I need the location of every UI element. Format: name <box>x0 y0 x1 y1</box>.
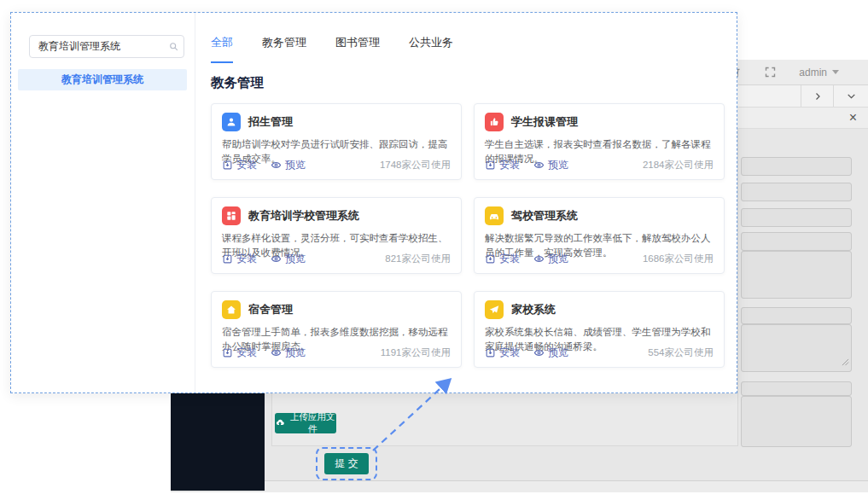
app-card: 家校系统 家校系统集校长信箱、成绩管理、学生管理为学校和家庭提供通畅的沟通桥梁。… <box>474 291 725 368</box>
preview-link[interactable]: 预览 <box>271 346 306 360</box>
form-textarea[interactable] <box>741 324 852 372</box>
upload-cloud-icon <box>275 417 285 429</box>
upload-app-file-button[interactable]: 上传应用文件 <box>275 413 336 433</box>
card-header: 学生报课管理 <box>485 113 714 131</box>
eye-icon <box>271 253 282 265</box>
tab-public[interactable]: 公共业务 <box>409 35 453 63</box>
app-card: 宿舍管理 宿舍管理上手简单，报表多维度数据挖掘，移动远程办公随时掌握房态。 安装… <box>211 291 462 368</box>
app-card: 招生管理 帮助培训学校对学员进行试听安排、跟踪回访，提高学员成交率。 安装 预览… <box>211 103 462 180</box>
install-link[interactable]: 安装 <box>222 252 257 266</box>
home-icon <box>222 300 241 319</box>
card-header: 家校系统 <box>485 300 714 319</box>
chevron-down-icon[interactable] <box>833 85 868 107</box>
caret-down-icon <box>832 70 839 74</box>
card-footer: 安装 预览 1748家公司使用 <box>222 158 451 172</box>
popup-sidebar: 教育培训管理系统 <box>11 13 195 392</box>
user-icon <box>222 113 241 131</box>
card-title: 招生管理 <box>248 114 293 130</box>
search-icon[interactable] <box>168 40 179 55</box>
card-footer: 安装 预览 821家公司使用 <box>222 252 451 266</box>
usage-count: 1191家公司使用 <box>381 346 451 359</box>
install-box-icon <box>222 160 233 171</box>
install-box-icon <box>485 160 496 171</box>
card-header: 驾校管理系统 <box>485 206 714 225</box>
submit-button[interactable]: 提 交 <box>324 453 369 474</box>
form-input[interactable] <box>741 183 852 201</box>
tab-all[interactable]: 全部 <box>211 35 233 63</box>
upload-button-label: 上传应用文件 <box>288 411 336 435</box>
fullscreen-icon[interactable] <box>764 66 777 78</box>
app-card-grid: 招生管理 帮助培训学校对学员进行试听安排、跟踪回访，提高学员成交率。 安装 预览… <box>211 103 726 368</box>
submit-button-label: 提 交 <box>335 456 358 471</box>
card-header: 招生管理 <box>222 113 451 131</box>
form-field-strip <box>741 232 852 251</box>
form-box[interactable] <box>741 251 852 299</box>
card-footer: 安装 预览 554家公司使用 <box>485 346 714 360</box>
eye-icon <box>533 253 545 265</box>
preview-link[interactable]: 预览 <box>533 252 568 266</box>
app-card: 学生报课管理 学生自主选课，报表实时查看报名数据，了解各课程的报课情况。 安装 … <box>474 103 725 180</box>
hand-like-icon <box>485 113 504 131</box>
install-box-icon <box>485 347 496 358</box>
card-footer: 安装 预览 1686家公司使用 <box>485 252 714 266</box>
admin-dropdown[interactable]: admin <box>799 67 839 78</box>
eye-icon <box>533 160 545 171</box>
preview-link[interactable]: 预览 <box>271 252 306 266</box>
sidebar-item-selected[interactable]: 教育培训管理系统 <box>18 69 187 90</box>
search-input[interactable] <box>29 35 184 58</box>
card-header: 宿舍管理 <box>222 300 451 319</box>
grid-icon <box>222 206 241 225</box>
usage-count: 821家公司使用 <box>385 253 451 265</box>
install-box-icon <box>485 253 496 265</box>
app-store-popup: 教育培训管理系统 全部 教务管理 图书管理 公共业务 教务管理 招生管理 帮助培… <box>10 12 737 393</box>
category-tabs: 全部 教务管理 图书管理 公共业务 <box>211 35 453 63</box>
tab-academic[interactable]: 教务管理 <box>262 35 306 63</box>
eye-icon <box>271 160 282 171</box>
form-input[interactable] <box>741 208 852 227</box>
card-title: 驾校管理系统 <box>511 208 578 224</box>
card-title: 教育培训学校管理系统 <box>248 208 359 224</box>
resize-grip-icon[interactable] <box>842 354 849 369</box>
preview-link[interactable]: 预览 <box>533 158 568 172</box>
card-header: 教育培训学校管理系统 <box>222 206 451 225</box>
card-title: 宿舍管理 <box>248 302 293 317</box>
usage-count: 1748家公司使用 <box>380 159 451 172</box>
card-footer: 安装 预览 1191家公司使用 <box>222 346 451 360</box>
usage-count: 2184家公司使用 <box>643 159 714 172</box>
background-bottom-strip <box>265 480 868 492</box>
preview-link[interactable]: 预览 <box>533 346 568 360</box>
form-field-strip <box>741 307 852 324</box>
install-link[interactable]: 安装 <box>485 346 520 360</box>
usage-count: 554家公司使用 <box>648 346 714 359</box>
eye-icon <box>271 347 282 358</box>
paper-plane-icon <box>485 300 504 319</box>
install-link[interactable]: 安装 <box>222 346 257 360</box>
card-footer: 安装 预览 2184家公司使用 <box>485 158 714 172</box>
eye-icon <box>533 347 545 358</box>
usage-count: 1686家公司使用 <box>643 253 714 265</box>
install-box-icon <box>222 347 233 358</box>
install-box-icon <box>222 253 233 265</box>
form-input[interactable] <box>741 157 852 176</box>
form-box[interactable] <box>741 396 852 447</box>
app-card: 教育培训学校管理系统 课程多样化设置，灵活分班，可实时查看学校招生、开班以及收费… <box>211 197 462 274</box>
install-link[interactable]: 安装 <box>222 158 257 172</box>
card-title: 家校系统 <box>511 302 556 317</box>
admin-label: admin <box>799 67 827 78</box>
install-link[interactable]: 安装 <box>485 158 520 172</box>
close-icon[interactable]: × <box>849 109 857 126</box>
section-title: 教务管理 <box>211 74 264 92</box>
form-field-strip <box>741 381 852 396</box>
tab-library[interactable]: 图书管理 <box>335 35 380 63</box>
preview-link[interactable]: 预览 <box>271 158 306 172</box>
car-icon <box>485 206 504 225</box>
app-card: 驾校管理系统 解决数据繁冗导致的工作效率低下，解放驾校办公人员的工作量，实现高效… <box>474 197 725 274</box>
card-title: 学生报课管理 <box>511 114 578 130</box>
install-link[interactable]: 安装 <box>485 252 520 266</box>
chevron-right-icon[interactable] <box>801 85 833 107</box>
